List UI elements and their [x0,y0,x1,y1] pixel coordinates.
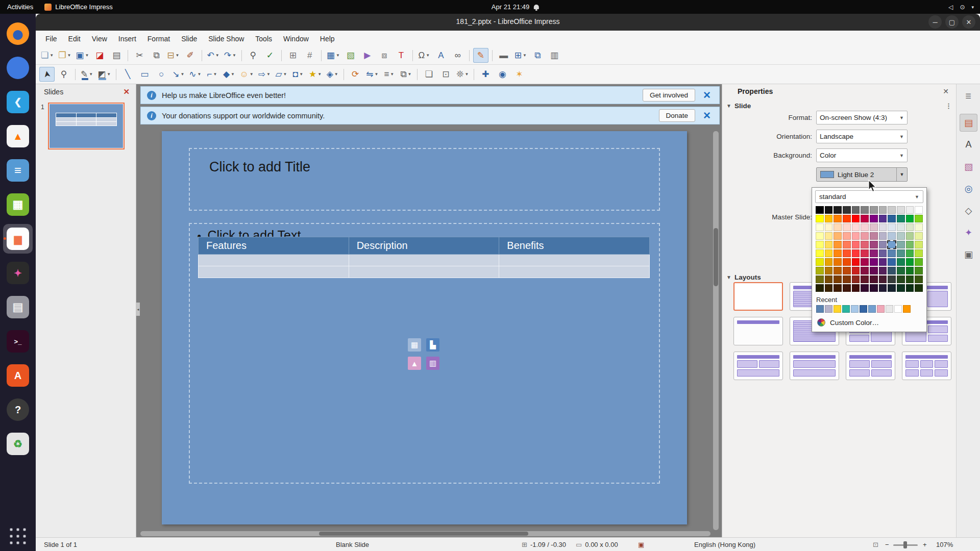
sidebar-settings-icon[interactable]: ☰ [961,90,976,102]
vertical-scrollbar[interactable] [713,131,719,530]
document-modified-icon[interactable]: ▣ [638,541,644,548]
dropdown-arrow-icon[interactable]: ▼ [266,72,271,77]
color-swatch[interactable] [825,249,833,257]
basic-shapes-button[interactable]: ◆▼ [222,67,237,82]
color-swatch[interactable] [834,215,842,222]
color-swatch[interactable] [825,215,833,222]
color-swatch[interactable] [825,284,833,292]
color-swatch[interactable] [879,267,887,274]
color-swatch[interactable] [861,267,869,274]
animation-button[interactable]: ✶ [511,67,527,82]
color-swatch[interactable] [888,249,896,257]
dock-files[interactable] [3,292,33,322]
layout-blank[interactable] [733,282,783,311]
color-swatch[interactable] [816,284,824,292]
flip-button[interactable]: ⇋▼ [364,67,380,82]
color-swatch[interactable] [861,284,869,292]
new-slide-button[interactable]: ⊞▼ [513,48,528,63]
color-swatch[interactable] [852,241,860,248]
show-draw-functions-button[interactable]: ✎ [473,48,488,63]
color-swatch[interactable] [861,241,869,248]
properties-close-icon[interactable]: ✕ [943,87,949,95]
color-swatch[interactable] [897,206,905,214]
background-select[interactable]: Color ▼ [816,148,908,162]
duplicate-slide-button[interactable]: ⧉ [530,48,545,63]
color-swatch[interactable] [897,284,905,292]
table-header-cell[interactable]: Description [349,237,499,255]
color-swatch[interactable] [897,267,905,274]
get-involved-button[interactable]: Get involved [643,89,695,102]
color-swatch[interactable] [852,206,860,214]
color-swatch[interactable] [870,215,878,222]
dropdown-arrow-icon[interactable]: ▼ [334,72,338,77]
table-cell[interactable] [199,266,349,278]
ellipse-button[interactable]: ○ [154,67,169,82]
color-swatch[interactable] [879,232,887,240]
spelling-button[interactable]: ✓ [262,48,278,63]
dropdown-arrow-icon[interactable]: ▼ [299,72,303,77]
recent-color-swatch[interactable] [877,305,885,313]
color-swatch[interactable] [870,241,878,248]
color-swatch[interactable] [852,232,860,240]
color-swatch[interactable] [879,276,887,283]
color-swatch[interactable] [843,276,851,283]
dock-help[interactable] [3,395,33,424]
layout-4content[interactable] [846,352,895,380]
color-swatch[interactable] [825,258,833,266]
color-swatch[interactable] [915,284,923,292]
align-objects-button[interactable]: ≡▼ [381,67,397,82]
color-swatch[interactable] [843,206,851,214]
export-pdf-button[interactable]: ◪ [92,48,107,63]
rotate-button[interactable]: ⟳ [348,67,363,82]
color-swatch[interactable] [843,223,851,231]
color-swatch[interactable] [870,223,878,231]
close-button[interactable]: ✕ [962,15,975,29]
recent-color-swatch[interactable] [825,305,832,313]
color-swatch[interactable] [834,249,842,257]
lines-and-arrows-button[interactable]: ↘▼ [170,67,186,82]
shadow-button[interactable]: ❏ [421,67,436,82]
tab-animation[interactable]: ✦ [960,223,977,241]
callouts-button[interactable]: ◘▼ [290,67,306,82]
horizontal-scrollbar[interactable] [140,531,710,536]
color-swatch[interactable] [879,249,887,257]
color-swatch[interactable] [852,215,860,222]
dock-chromium[interactable] [3,53,33,83]
dropdown-arrow-icon[interactable]: ▼ [67,53,71,58]
color-swatch[interactable] [879,215,887,222]
stars-banners-button[interactable]: ★▼ [307,67,323,82]
menu-insert[interactable]: Insert [113,32,142,45]
zoom-level[interactable]: 107% [936,538,953,551]
fill-color-button[interactable]: ◩▼ [96,67,112,82]
slide-style[interactable]: Blank Slide [336,538,369,551]
table-header-cell[interactable]: Benefits [499,237,650,255]
new-document-button[interactable]: ❏▼ [39,48,55,63]
clock-menu[interactable]: Apr 21 21:49 [492,0,539,14]
table-header-cell[interactable]: Features [199,237,349,255]
activities-button[interactable]: Activities [7,3,33,11]
slides-panel-close-icon[interactable]: ✕ [123,87,130,96]
slide-properties-button[interactable]: ▥ [547,48,562,63]
color-swatch[interactable] [843,284,851,292]
color-swatch[interactable] [915,249,923,257]
dropdown-arrow-icon[interactable]: ▼ [523,53,527,58]
color-swatch[interactable] [888,276,896,283]
color-swatch[interactable] [861,206,869,214]
color-swatch[interactable] [861,276,869,283]
donate-button[interactable]: Donate [659,109,696,122]
recent-color-swatch[interactable] [894,305,902,313]
color-swatch[interactable] [879,206,887,214]
window-titlebar[interactable]: 181_2.pptx - LibreOffice Impress ─ ▢ ✕ [36,14,980,31]
dropdown-arrow-icon[interactable]: ▼ [85,53,89,58]
tab-styles[interactable]: A [960,136,977,154]
color-swatch[interactable] [816,249,824,257]
copy-button[interactable]: ⧉ [149,48,164,63]
color-swatch[interactable] [888,267,896,274]
dock-impress[interactable] [3,224,33,254]
recent-color-swatch[interactable] [903,305,911,313]
document-canvas[interactable]: i Help us make LibreOffice even better! … [136,84,722,537]
slide-info[interactable]: Slide 1 of 1 [44,538,77,551]
dock-show-applications[interactable] [3,521,33,551]
symbol-shapes-button[interactable]: ☺▼ [238,67,255,82]
dock-video-editor[interactable] [3,258,33,288]
